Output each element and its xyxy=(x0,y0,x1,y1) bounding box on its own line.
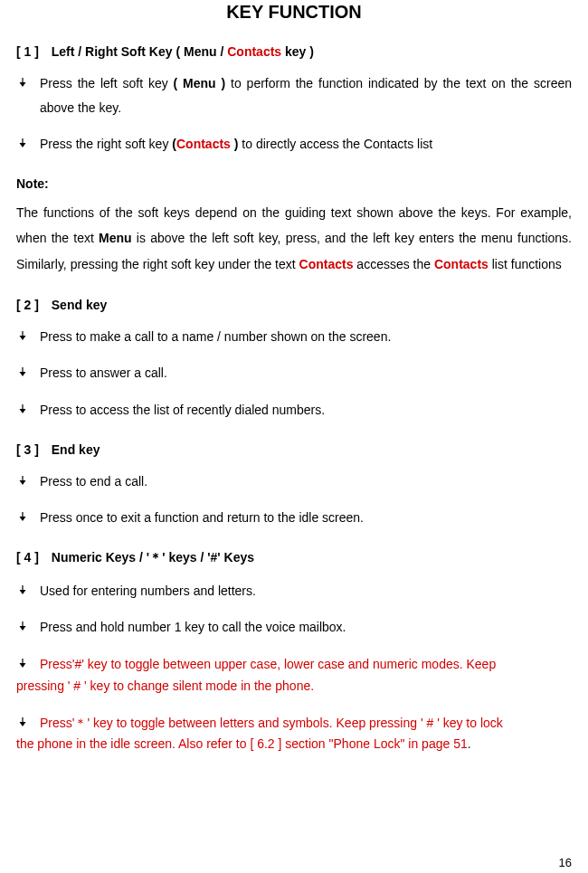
section-1-title-post: key ) xyxy=(281,44,314,59)
bullet-text: Press and hold number 1 key to call the … xyxy=(40,615,572,640)
svg-marker-1 xyxy=(20,82,26,87)
arrow-down-icon xyxy=(18,512,27,521)
arrow-down-icon xyxy=(18,585,27,594)
section-4-heading: [ 4 ] Numeric Keys / '＊' keys / '#' Keys xyxy=(16,550,572,566)
section-2-heading: [ 2 ] Send key xyxy=(16,298,572,312)
bullet-text: Used for entering numbers and letters. xyxy=(40,579,572,603)
bullet-text: Press the left soft key ( Menu ) to perf… xyxy=(40,71,572,119)
note-label: Note: xyxy=(16,176,572,191)
bullet-text: Press to access the list of recently dia… xyxy=(40,398,572,422)
svg-marker-17 xyxy=(20,626,26,631)
svg-marker-7 xyxy=(20,372,26,376)
arrow-down-icon xyxy=(18,622,27,631)
svg-marker-19 xyxy=(20,663,26,668)
bullet-text: Press the right soft key (Contacts ) to … xyxy=(40,132,572,157)
section-1-title-red: Contacts xyxy=(227,44,281,59)
arrow-down-icon xyxy=(18,138,27,147)
bullet-text: Press once to exit a function and return… xyxy=(40,506,572,530)
svg-marker-15 xyxy=(20,590,26,594)
list-item: Press the left soft key ( Menu ) to perf… xyxy=(16,71,572,119)
arrow-down-icon xyxy=(18,331,27,340)
section-1-title-pre: Left / Right Soft Key ( Menu / xyxy=(52,44,227,59)
arrow-down-icon xyxy=(18,476,27,485)
section-1-number: [ 1 ] xyxy=(16,44,39,59)
section-4-title: Numeric Keys / '＊' keys / '#' Keys xyxy=(52,550,254,565)
list-item: Press and hold number 1 key to call the … xyxy=(16,615,572,640)
bullet-text: Press to make a call to a name / number … xyxy=(40,325,572,349)
page-title: KEY FUNCTION xyxy=(16,2,572,23)
note-body: The functions of the soft keys depend on… xyxy=(16,200,572,278)
list-item: Used for entering numbers and letters. xyxy=(16,579,572,603)
period: . xyxy=(468,736,471,751)
list-item: Press once to exit a function and return… xyxy=(16,506,572,530)
svg-marker-13 xyxy=(20,517,26,521)
section-3-title: End key xyxy=(52,442,100,457)
section-3-number: [ 3 ] xyxy=(16,442,39,457)
svg-marker-5 xyxy=(20,336,26,340)
section-2-title: Send key xyxy=(52,298,107,312)
section-1-heading: [ 1 ] Left / Right Soft Key ( Menu / Con… xyxy=(16,44,572,59)
list-item: Press to make a call to a name / number … xyxy=(16,325,572,349)
svg-marker-3 xyxy=(20,143,26,147)
arrow-down-icon xyxy=(18,717,27,726)
section-2-number: [ 2 ] xyxy=(16,298,39,312)
list-item: Press to end a call. xyxy=(16,470,572,494)
list-item: Press to answer a call. xyxy=(16,361,572,385)
bullet-text: Press to end a call. xyxy=(40,470,572,494)
section-3-heading: [ 3 ] End key xyxy=(16,442,572,457)
arrow-down-icon xyxy=(18,404,27,413)
continuation-text: pressing ' # ' key to change silent mode… xyxy=(16,673,572,698)
svg-marker-9 xyxy=(20,409,26,413)
list-item: Press the right soft key (Contacts ) to … xyxy=(16,132,572,157)
svg-marker-11 xyxy=(20,480,26,485)
document-page: KEY FUNCTION [ 1 ] Left / Right Soft Key… xyxy=(0,2,588,873)
arrow-down-icon xyxy=(18,659,27,668)
section-4-number: [ 4 ] xyxy=(16,550,39,565)
continuation-text: the phone in the idle screen. Also refer… xyxy=(16,731,572,756)
arrow-down-icon xyxy=(18,367,27,376)
arrow-down-icon xyxy=(18,78,27,87)
list-item: Press to access the list of recently dia… xyxy=(16,398,572,422)
bullet-text: Press to answer a call. xyxy=(40,361,572,385)
svg-marker-21 xyxy=(20,722,26,726)
page-number: 16 xyxy=(559,856,572,869)
